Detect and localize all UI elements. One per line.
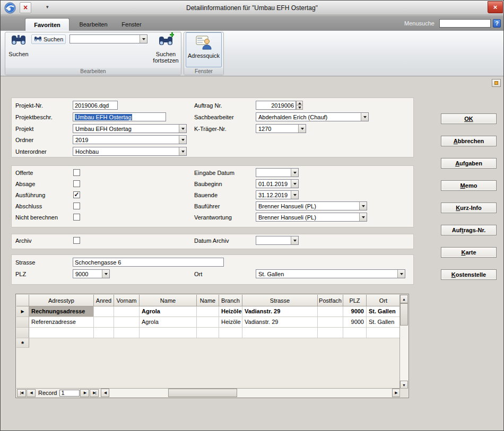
cell[interactable] bbox=[140, 328, 197, 338]
calendar-dropdown-icon[interactable] bbox=[291, 169, 298, 177]
table-row[interactable]: ▶ Rechnungsadresse Agrola Heizöle Vadian… bbox=[16, 306, 401, 317]
chevron-down-icon[interactable] bbox=[179, 125, 186, 133]
grid-vertical-scrollbar[interactable]: ▲ ▼ bbox=[399, 295, 408, 389]
vertical-scroll-thumb[interactable] bbox=[400, 303, 408, 326]
cell[interactable] bbox=[94, 317, 114, 328]
cell[interactable]: Agrola bbox=[140, 306, 197, 317]
cell[interactable]: Referenzadresse bbox=[29, 317, 94, 328]
column-header[interactable]: Postfach bbox=[318, 295, 343, 306]
kostenstelle-button[interactable]: Kostenstelle bbox=[441, 269, 497, 280]
chevron-down-icon[interactable] bbox=[179, 136, 186, 144]
verantwortung-combo[interactable]: Brenner Hansueli (PL) bbox=[256, 213, 367, 222]
cell[interactable] bbox=[94, 306, 114, 317]
datum-archiv-field[interactable] bbox=[256, 236, 299, 245]
ausfuehrung-checkbox[interactable]: ✓ bbox=[73, 191, 80, 198]
column-header[interactable]: Name bbox=[197, 295, 219, 306]
chevron-down-icon[interactable] bbox=[397, 270, 405, 278]
k-traeger-combo[interactable]: 1270 bbox=[256, 124, 306, 133]
table-row[interactable] bbox=[16, 328, 401, 338]
help-button[interactable]: ? bbox=[493, 19, 501, 28]
ort-combo[interactable]: St. Gallen bbox=[256, 269, 405, 278]
column-header[interactable]: Anred bbox=[94, 295, 114, 306]
auftrag-nr-field[interactable] bbox=[256, 101, 296, 110]
tab-bearbeiten[interactable]: Bearbeiten bbox=[73, 18, 114, 31]
eingabe-datum-field[interactable] bbox=[256, 168, 299, 177]
absage-checkbox[interactable] bbox=[73, 180, 80, 187]
archiv-checkbox[interactable] bbox=[73, 237, 80, 244]
baubeginn-field[interactable]: 01.01.2019 bbox=[256, 179, 299, 188]
cell[interactable] bbox=[219, 328, 242, 338]
cell[interactable]: St. Gallen bbox=[367, 306, 401, 317]
tab-fenster[interactable]: Fenster bbox=[116, 18, 147, 31]
ordner-combo[interactable]: 2019 bbox=[73, 135, 187, 144]
menusuche-input[interactable] bbox=[439, 19, 491, 28]
spin-down-icon[interactable] bbox=[296, 105, 303, 110]
chevron-down-icon[interactable] bbox=[361, 113, 368, 121]
delete-icon[interactable]: × bbox=[20, 2, 31, 13]
chevron-down-icon[interactable]: ▾ bbox=[46, 4, 49, 10]
cell[interactable]: Vadianstr. 29 bbox=[242, 306, 318, 317]
cell[interactable]: St. Gallen bbox=[367, 317, 401, 328]
next-record-button[interactable]: ▶ bbox=[80, 389, 89, 397]
cell[interactable] bbox=[318, 328, 343, 338]
column-header[interactable]: PLZ bbox=[343, 295, 367, 306]
strasse-field[interactable] bbox=[73, 258, 224, 267]
close-button[interactable]: × bbox=[488, 1, 503, 13]
cell[interactable] bbox=[197, 306, 219, 317]
first-record-button[interactable]: |◀ bbox=[17, 389, 26, 397]
baufuehrer-combo[interactable]: Brenner Hansueli (PL) bbox=[256, 201, 367, 210]
chevron-down-icon[interactable] bbox=[102, 270, 109, 278]
column-header[interactable]: Strasse bbox=[242, 295, 318, 306]
cell[interactable] bbox=[114, 317, 140, 328]
cell[interactable]: 9000 bbox=[343, 317, 367, 328]
search-combo[interactable] bbox=[69, 34, 147, 43]
cell[interactable]: Agrola bbox=[140, 317, 197, 328]
cell[interactable] bbox=[94, 328, 114, 338]
scroll-left-icon[interactable]: ◀ bbox=[101, 389, 109, 397]
record-number-input[interactable] bbox=[59, 390, 80, 397]
row-selector[interactable] bbox=[16, 328, 29, 338]
last-record-button[interactable]: ▶| bbox=[90, 389, 99, 397]
app-icon[interactable] bbox=[4, 2, 16, 14]
unterordner-combo[interactable]: Hochbau bbox=[73, 147, 187, 156]
memo-button[interactable]: Memo bbox=[441, 180, 497, 191]
chevron-down-icon[interactable] bbox=[359, 202, 367, 210]
new-record-row[interactable]: * bbox=[16, 338, 29, 348]
projektbeschr-field[interactable]: Umbau EFH Ostertag bbox=[73, 112, 166, 121]
aufgaben-button[interactable]: Aufgaben bbox=[441, 158, 497, 169]
cell[interactable] bbox=[343, 328, 367, 338]
cell[interactable] bbox=[367, 328, 401, 338]
chevron-down-icon[interactable] bbox=[140, 35, 147, 43]
cell[interactable]: Vadianstr. 29 bbox=[242, 317, 318, 328]
cell[interactable]: Rechnungsadresse bbox=[29, 306, 94, 317]
cell[interactable] bbox=[242, 328, 318, 338]
sachbearbeiter-combo[interactable]: Abderhalden Erich (Chauf) bbox=[256, 112, 369, 121]
karte-button[interactable]: Karte bbox=[441, 247, 497, 258]
cell[interactable] bbox=[197, 317, 219, 328]
abbrechen-button[interactable]: Abbrechen bbox=[441, 136, 497, 146]
cell[interactable] bbox=[318, 306, 343, 317]
column-header[interactable]: Ort bbox=[367, 295, 401, 306]
row-selector[interactable] bbox=[16, 317, 29, 328]
cell[interactable] bbox=[197, 328, 219, 338]
auftrag-nr-spinner[interactable] bbox=[296, 101, 303, 110]
cell[interactable]: Heizöle bbox=[219, 306, 242, 317]
kurz-info-button[interactable]: Kurz-Info bbox=[441, 203, 497, 213]
new-record-icon[interactable]: * bbox=[16, 338, 29, 348]
calendar-dropdown-icon[interactable] bbox=[291, 180, 298, 188]
scroll-up-icon[interactable]: ▲ bbox=[400, 295, 408, 303]
calendar-dropdown-icon[interactable] bbox=[291, 236, 298, 244]
suchen-button[interactable]: Suchen bbox=[7, 32, 30, 57]
tab-favoriten[interactable]: Favoriten bbox=[25, 18, 69, 31]
grid-horizontal-scrollbar[interactable]: ◀ ▶ bbox=[101, 389, 401, 398]
chevron-down-icon[interactable] bbox=[298, 125, 306, 133]
calendar-dropdown-icon[interactable] bbox=[291, 191, 298, 199]
bauende-field[interactable]: 31.12.2019 bbox=[256, 190, 299, 199]
horizontal-scroll-track[interactable] bbox=[110, 389, 392, 397]
adressquick-button[interactable]: Adressquick bbox=[186, 32, 222, 67]
cell[interactable] bbox=[29, 328, 94, 338]
table-row[interactable]: Referenzadresse Agrola Heizöle Vadianstr… bbox=[16, 317, 401, 328]
chevron-down-icon[interactable] bbox=[359, 213, 367, 221]
column-header[interactable]: Name bbox=[140, 295, 197, 306]
horizontal-scroll-thumb[interactable] bbox=[168, 389, 237, 397]
